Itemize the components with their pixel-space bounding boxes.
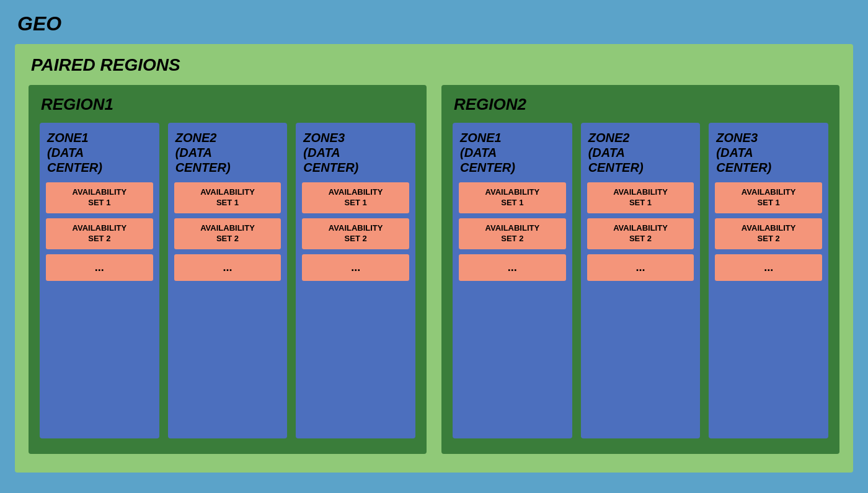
region1-container: REGION1 ZONE1(DATACENTER) AVAILABILITYSE…: [29, 85, 427, 454]
region2-zone1-label: ZONE1(DATACENTER): [459, 130, 566, 175]
region1-zone1-label: ZONE1(DATACENTER): [46, 130, 153, 175]
region1-zone1-container: ZONE1(DATACENTER) AVAILABILITYSET 1 AVAI…: [40, 123, 159, 438]
region2-zone1-container: ZONE1(DATACENTER) AVAILABILITYSET 1 AVAI…: [453, 123, 572, 438]
geo-container: GEO PAIRED REGIONS REGION1 ZONE1(DATACEN…: [0, 0, 868, 493]
region2-zone2-ellipsis: ...: [587, 254, 694, 281]
region1-zone3-avset1: AVAILABILITYSET 1: [302, 182, 409, 213]
region1-zone2-avset1: AVAILABILITYSET 1: [174, 182, 281, 213]
region1-zone2-container: ZONE2(DATACENTER) AVAILABILITYSET 1 AVAI…: [168, 123, 288, 438]
paired-regions-label: PAIRED REGIONS: [29, 55, 839, 75]
region2-label: REGION2: [453, 95, 828, 114]
region1-zone3-container: ZONE3(DATACENTER) AVAILABILITYSET 1 AVAI…: [296, 123, 415, 438]
region2-zone3-avset2: AVAILABILITYSET 2: [715, 218, 822, 249]
region2-zone2-container: ZONE2(DATACENTER) AVAILABILITYSET 1 AVAI…: [581, 123, 701, 438]
region2-zone3-label: ZONE3(DATACENTER): [715, 130, 822, 175]
region1-zone3-avset2: AVAILABILITYSET 2: [302, 218, 409, 249]
region1-zone1-avset1: AVAILABILITYSET 1: [46, 182, 153, 213]
region2-zone3-avset1: AVAILABILITYSET 1: [715, 182, 822, 213]
region2-zone1-avset2: AVAILABILITYSET 2: [459, 218, 566, 249]
region1-label: REGION1: [40, 95, 415, 114]
region2-zone1-avset1: AVAILABILITYSET 1: [459, 182, 566, 213]
region1-zone3-label: ZONE3(DATACENTER): [302, 130, 409, 175]
region1-zone1-ellipsis: ...: [46, 254, 153, 281]
region2-zone3-container: ZONE3(DATACENTER) AVAILABILITYSET 1 AVAI…: [709, 123, 828, 438]
paired-regions-container: PAIRED REGIONS REGION1 ZONE1(DATACENTER)…: [15, 44, 853, 473]
region1-zones-row: ZONE1(DATACENTER) AVAILABILITYSET 1 AVAI…: [40, 123, 415, 438]
region2-zones-row: ZONE1(DATACENTER) AVAILABILITYSET 1 AVAI…: [453, 123, 828, 438]
region2-zone1-ellipsis: ...: [459, 254, 566, 281]
region1-zone1-avset2: AVAILABILITYSET 2: [46, 218, 153, 249]
region2-zone2-label: ZONE2(DATACENTER): [587, 130, 694, 175]
geo-label: GEO: [15, 12, 853, 35]
region1-zone2-avset2: AVAILABILITYSET 2: [174, 218, 281, 249]
region1-zone2-ellipsis: ...: [174, 254, 281, 281]
region2-zone3-ellipsis: ...: [715, 254, 822, 281]
regions-row: REGION1 ZONE1(DATACENTER) AVAILABILITYSE…: [29, 85, 839, 454]
region2-zone2-avset1: AVAILABILITYSET 1: [587, 182, 694, 213]
region1-zone2-label: ZONE2(DATACENTER): [174, 130, 281, 175]
region2-zone2-avset2: AVAILABILITYSET 2: [587, 218, 694, 249]
region2-container: REGION2 ZONE1(DATACENTER) AVAILABILITYSE…: [441, 85, 839, 454]
region1-zone3-ellipsis: ...: [302, 254, 409, 281]
